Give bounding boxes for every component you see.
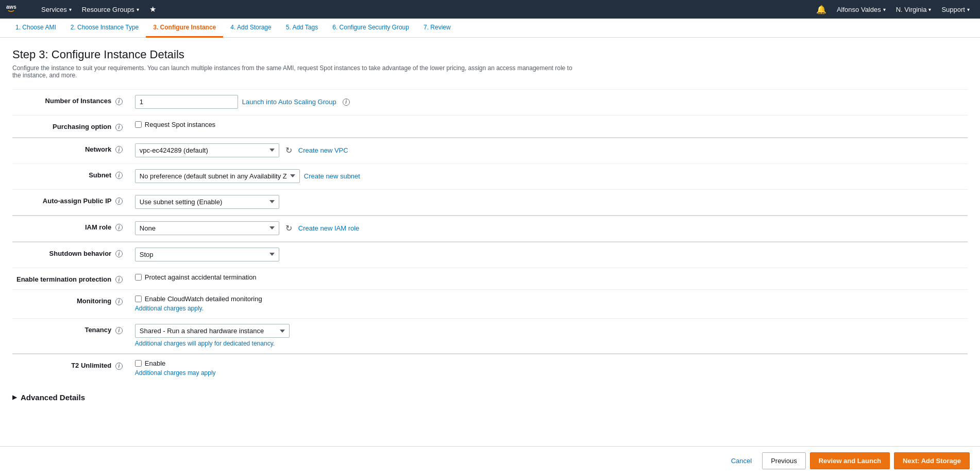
page-description: Configure the instance to suit your requ… xyxy=(12,64,579,79)
top-navigation: aws Services ▾ Resource Groups ▾ ★ 🔔 Alf… xyxy=(0,0,980,19)
auto-assign-ip-value-cell: Use subnet setting (Enable) xyxy=(131,189,968,216)
network-value-cell: vpc-ec424289 (default) ↻ Create new VPC xyxy=(131,138,968,164)
create-subnet-link[interactable]: Create new subnet xyxy=(304,172,360,180)
shutdown-behavior-label: Shutdown behavior i xyxy=(12,242,131,268)
page-title: Step 3: Configure Instance Details xyxy=(12,48,968,61)
purchasing-option-info-icon[interactable]: i xyxy=(115,124,123,131)
shutdown-behavior-value-cell: Stop Terminate xyxy=(131,242,968,268)
tenancy-additional-charges-link[interactable]: Additional charges will apply for dedica… xyxy=(135,340,964,347)
services-chevron-icon: ▾ xyxy=(69,7,72,12)
network-label: Network i xyxy=(12,138,131,164)
configure-instance-form: Number of Instances i Launch into Auto S… xyxy=(12,89,968,383)
t2-enable-checkbox[interactable] xyxy=(135,360,142,367)
tab-add-tags[interactable]: 5. Add Tags xyxy=(279,19,326,38)
tenancy-label: Tenancy i xyxy=(12,319,131,354)
request-spot-label[interactable]: Request Spot instances xyxy=(135,121,964,128)
notifications-bell[interactable]: 🔔 xyxy=(812,0,831,19)
t2-enable-label[interactable]: Enable xyxy=(135,359,964,367)
auto-assign-ip-select[interactable]: Use subnet setting (Enable) xyxy=(135,195,279,209)
iam-role-refresh-button[interactable]: ↻ xyxy=(283,223,294,233)
purchasing-option-row: Purchasing option i Request Spot instanc… xyxy=(12,116,968,138)
svg-text:aws: aws xyxy=(6,4,16,10)
create-iam-role-link[interactable]: Create new IAM role xyxy=(298,224,360,232)
network-refresh-button[interactable]: ↻ xyxy=(283,145,294,155)
subnet-label: Subnet i xyxy=(12,163,131,189)
number-of-instances-input[interactable] xyxy=(135,95,238,109)
wizard-tabs: 1. Choose AMI 2. Choose Instance Type 3.… xyxy=(0,19,980,38)
iam-role-row-flex: None ↻ Create new IAM role xyxy=(135,221,964,235)
tab-configure-instance[interactable]: 3. Configure Instance xyxy=(146,19,223,38)
termination-protection-info-icon[interactable]: i xyxy=(115,276,123,283)
network-select[interactable]: vpc-ec424289 (default) xyxy=(135,143,279,157)
purchasing-option-label: Purchasing option i xyxy=(12,116,131,138)
aws-logo[interactable]: aws xyxy=(6,3,26,15)
request-spot-checkbox[interactable] xyxy=(135,121,142,128)
create-vpc-link[interactable]: Create new VPC xyxy=(298,146,348,154)
t2-unlimited-value-cell: Enable Additional charges may apply xyxy=(131,354,968,383)
bell-icon: 🔔 xyxy=(816,5,826,14)
subnet-row: Subnet i No preference (default subnet i… xyxy=(12,163,968,189)
purchasing-option-value-cell: Request Spot instances xyxy=(131,116,968,138)
user-chevron-icon: ▾ xyxy=(883,7,886,12)
shutdown-behavior-select[interactable]: Stop Terminate xyxy=(135,248,279,261)
protect-termination-label[interactable]: Protect against accidental termination xyxy=(135,273,964,281)
subnet-select[interactable]: No preference (default subnet in any Ava… xyxy=(135,169,300,183)
subnet-info-icon[interactable]: i xyxy=(115,172,123,179)
termination-protection-value-cell: Protect against accidental termination xyxy=(131,268,968,290)
tenancy-row: Tenancy i Shared - Run a shared hardware… xyxy=(12,319,968,354)
shutdown-behavior-row: Shutdown behavior i Stop Terminate xyxy=(12,242,968,268)
subnet-row-flex: No preference (default subnet in any Ava… xyxy=(135,169,964,183)
region-chevron-icon: ▾ xyxy=(928,7,931,12)
asg-info-icon[interactable]: i xyxy=(343,99,350,106)
resource-groups-chevron-icon: ▾ xyxy=(137,7,139,12)
region-menu[interactable]: N. Virginia ▾ xyxy=(892,0,936,19)
t2-unlimited-label: T2 Unlimited i xyxy=(12,354,131,383)
iam-role-label: IAM role i xyxy=(12,216,131,242)
bookmark-icon[interactable]: ★ xyxy=(144,0,161,19)
iam-role-row: IAM role i None ↻ Create new IAM role xyxy=(12,216,968,242)
shutdown-behavior-info-icon[interactable]: i xyxy=(115,250,123,257)
network-row: Network i vpc-ec424289 (default) ↻ Creat… xyxy=(12,138,968,164)
tab-choose-instance-type[interactable]: 2. Choose Instance Type xyxy=(63,19,146,38)
t2-unlimited-info-icon[interactable]: i xyxy=(115,363,123,370)
monitoring-info-icon[interactable]: i xyxy=(115,298,123,305)
advanced-details-chevron-icon: ▶ xyxy=(12,394,16,401)
auto-assign-ip-info-icon[interactable]: i xyxy=(115,198,123,205)
launch-into-asg-link[interactable]: Launch into Auto Scaling Group xyxy=(242,98,336,106)
auto-assign-ip-row: Auto-assign Public IP i Use subnet setti… xyxy=(12,189,968,216)
network-row-flex: vpc-ec424289 (default) ↻ Create new VPC xyxy=(135,143,964,157)
tab-choose-ami[interactable]: 1. Choose AMI xyxy=(8,19,63,38)
enable-cloudwatch-label[interactable]: Enable CloudWatch detailed monitoring xyxy=(135,295,964,303)
number-of-instances-value-cell: Launch into Auto Scaling Group i xyxy=(131,90,968,116)
cloudwatch-additional-charges-link[interactable]: Additional charges apply. xyxy=(135,305,964,312)
tab-add-storage[interactable]: 4. Add Storage xyxy=(223,19,278,38)
top-nav-right: 🔔 Alfonso Valdes ▾ N. Virginia ▾ Support… xyxy=(812,0,974,19)
number-of-instances-label: Number of Instances i xyxy=(12,90,131,116)
number-of-instances-info-icon[interactable]: i xyxy=(115,98,123,105)
network-info-icon[interactable]: i xyxy=(115,146,123,153)
tenancy-select[interactable]: Shared - Run a shared hardware instance … xyxy=(135,324,290,338)
iam-role-info-icon[interactable]: i xyxy=(115,224,123,231)
number-of-instances-row: Number of Instances i Launch into Auto S… xyxy=(12,90,968,116)
enable-cloudwatch-checkbox[interactable] xyxy=(135,296,142,302)
tenancy-value-cell: Shared - Run a shared hardware instance … xyxy=(131,319,968,354)
tab-review[interactable]: 7. Review xyxy=(416,19,458,38)
tab-configure-security-group[interactable]: 6. Configure Security Group xyxy=(325,19,416,38)
monitoring-row: Monitoring i Enable CloudWatch detailed … xyxy=(12,290,968,319)
advanced-details-section[interactable]: ▶ Advanced Details xyxy=(12,393,968,402)
t2-additional-charges-link[interactable]: Additional charges may apply xyxy=(135,369,964,376)
iam-role-value-cell: None ↻ Create new IAM role xyxy=(131,216,968,242)
services-menu[interactable]: Services ▾ xyxy=(36,0,77,19)
monitoring-value-cell: Enable CloudWatch detailed monitoring Ad… xyxy=(131,290,968,319)
iam-role-select[interactable]: None xyxy=(135,221,279,235)
user-menu[interactable]: Alfonso Valdes ▾ xyxy=(833,0,890,19)
tenancy-info-icon[interactable]: i xyxy=(115,327,123,334)
number-of-instances-row-flex: Launch into Auto Scaling Group i xyxy=(135,95,964,109)
termination-protection-row: Enable termination protection i Protect … xyxy=(12,268,968,290)
protect-termination-checkbox[interactable] xyxy=(135,274,142,281)
resource-groups-menu[interactable]: Resource Groups ▾ xyxy=(77,0,144,19)
support-chevron-icon: ▾ xyxy=(967,7,970,12)
termination-protection-label: Enable termination protection i xyxy=(12,268,131,290)
subnet-value-cell: No preference (default subnet in any Ava… xyxy=(131,163,968,189)
support-menu[interactable]: Support ▾ xyxy=(937,0,974,19)
